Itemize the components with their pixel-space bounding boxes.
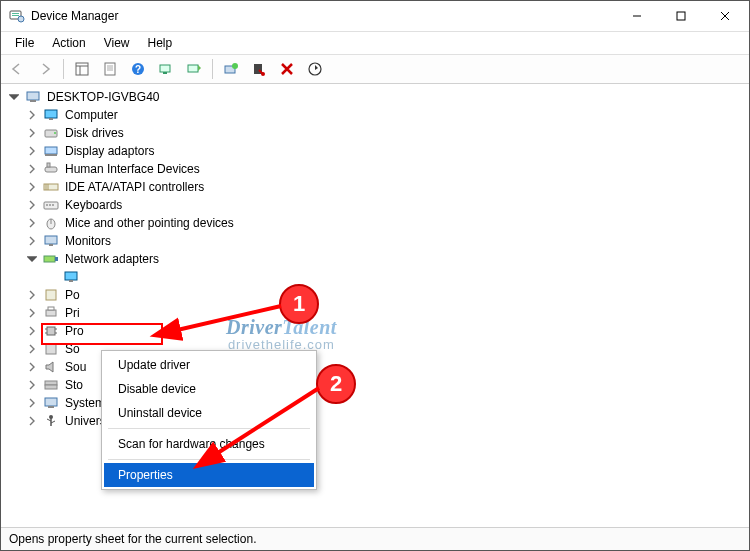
ide-icon — [43, 179, 59, 195]
window-title: Device Manager — [31, 9, 118, 23]
annotation-badge-2: 2 — [316, 364, 356, 404]
tree-item-disk-drives[interactable]: Disk drives — [1, 124, 749, 142]
expand-icon[interactable] — [25, 306, 39, 320]
tree-item-keyboards[interactable]: Keyboards — [1, 196, 749, 214]
svg-rect-60 — [45, 385, 57, 389]
network-adapter-icon — [63, 269, 79, 285]
tree-item-computer[interactable]: Computer — [1, 106, 749, 124]
svg-rect-45 — [49, 244, 53, 246]
app-icon — [9, 8, 25, 24]
svg-point-3 — [18, 16, 24, 22]
expand-icon[interactable] — [25, 108, 39, 122]
tree-item-display-adaptors[interactable]: Display adaptors — [1, 142, 749, 160]
svg-rect-48 — [65, 272, 77, 280]
menu-action[interactable]: Action — [44, 34, 93, 52]
expand-icon[interactable] — [25, 396, 39, 410]
expand-icon[interactable] — [25, 234, 39, 248]
enable-device-button[interactable] — [303, 57, 327, 81]
tree-item-hid[interactable]: Human Interface Devices — [1, 160, 749, 178]
tree-item-network-child[interactable] — [1, 268, 749, 286]
tree-item-ide[interactable]: IDE ATA/ATAPI controllers — [1, 178, 749, 196]
uninstall-device-button[interactable] — [275, 57, 299, 81]
expand-icon[interactable] — [25, 342, 39, 356]
device-tree[interactable]: DESKTOP-IGVBG40 Computer Disk drives Dis… — [1, 84, 749, 527]
disk-icon — [43, 125, 59, 141]
svg-point-30 — [54, 132, 56, 134]
svg-point-21 — [232, 63, 238, 69]
usb-icon — [43, 413, 59, 429]
update-driver-button[interactable] — [219, 57, 243, 81]
svg-rect-58 — [46, 344, 56, 354]
tree-item-mice[interactable]: Mice and other pointing devices — [1, 214, 749, 232]
network-adapter-icon — [43, 251, 59, 267]
svg-rect-8 — [76, 63, 88, 75]
svg-rect-47 — [55, 257, 58, 261]
context-menu-uninstall-device[interactable]: Uninstall device — [104, 401, 314, 425]
expand-icon[interactable] — [25, 144, 39, 158]
tree-item-monitors[interactable]: Monitors — [1, 232, 749, 250]
context-menu-properties[interactable]: Properties — [104, 463, 314, 487]
tree-item-network-adapters[interactable]: Network adapters — [1, 250, 749, 268]
titlebar: Device Manager — [1, 1, 749, 32]
expand-icon[interactable] — [25, 180, 39, 194]
svg-rect-28 — [49, 118, 53, 120]
hid-icon — [43, 161, 59, 177]
context-menu-separator — [108, 428, 310, 429]
minimize-button[interactable] — [615, 1, 659, 31]
menu-file[interactable]: File — [7, 34, 42, 52]
svg-rect-41 — [52, 204, 54, 206]
svg-rect-25 — [27, 92, 39, 100]
expand-icon[interactable] — [25, 378, 39, 392]
display-adapter-icon — [43, 143, 59, 159]
expand-icon[interactable] — [25, 414, 39, 428]
expand-icon[interactable] — [25, 252, 39, 266]
expand-icon[interactable] — [25, 360, 39, 374]
expand-icon[interactable] — [7, 90, 21, 104]
tree-item-truncated[interactable]: Po — [1, 286, 749, 304]
menu-help[interactable]: Help — [140, 34, 181, 52]
close-button[interactable] — [703, 1, 747, 31]
svg-rect-46 — [44, 256, 55, 262]
help-button[interactable]: ? — [126, 57, 150, 81]
expand-icon[interactable] — [25, 162, 39, 176]
context-menu-update-driver[interactable]: Update driver — [104, 353, 314, 377]
expand-icon[interactable] — [25, 126, 39, 140]
software-device-icon — [43, 341, 59, 357]
expand-icon[interactable] — [25, 198, 39, 212]
svg-rect-18 — [163, 72, 167, 74]
tree-pane: DESKTOP-IGVBG40 Computer Disk drives Dis… — [1, 84, 749, 527]
tree-item-truncated[interactable]: Pri — [1, 304, 749, 322]
expand-icon[interactable] — [25, 324, 39, 338]
forward-button[interactable] — [33, 57, 57, 81]
tree-root[interactable]: DESKTOP-IGVBG40 — [1, 88, 749, 106]
properties-button[interactable] — [98, 57, 122, 81]
svg-rect-2 — [12, 15, 19, 16]
svg-rect-11 — [105, 63, 115, 75]
expand-icon[interactable] — [25, 216, 39, 230]
context-menu-scan-hardware[interactable]: Scan for hardware changes — [104, 432, 314, 456]
svg-rect-49 — [69, 280, 73, 282]
tree-root-label: DESKTOP-IGVBG40 — [45, 90, 161, 104]
expand-icon[interactable] — [25, 288, 39, 302]
svg-rect-1 — [12, 13, 19, 14]
svg-rect-62 — [48, 406, 54, 408]
svg-rect-31 — [45, 147, 57, 154]
back-button[interactable] — [5, 57, 29, 81]
scan-hardware-button[interactable] — [154, 57, 178, 81]
context-menu-separator — [108, 459, 310, 460]
svg-rect-59 — [45, 381, 57, 385]
tree-item-truncated[interactable]: Pro — [1, 322, 749, 340]
disable-device-button[interactable] — [247, 57, 271, 81]
menu-view[interactable]: View — [96, 34, 138, 52]
tree-item-label: Po — [63, 288, 82, 302]
computer-icon — [25, 89, 41, 105]
tree-item-label: Pro — [63, 324, 86, 338]
add-legacy-button[interactable] — [182, 57, 206, 81]
mouse-icon — [43, 215, 59, 231]
storage-icon — [43, 377, 59, 393]
context-menu-disable-device[interactable]: Disable device — [104, 377, 314, 401]
svg-rect-52 — [48, 307, 54, 310]
show-hide-tree-button[interactable] — [70, 57, 94, 81]
maximize-button[interactable] — [659, 1, 703, 31]
status-text: Opens property sheet for the current sel… — [9, 532, 256, 546]
